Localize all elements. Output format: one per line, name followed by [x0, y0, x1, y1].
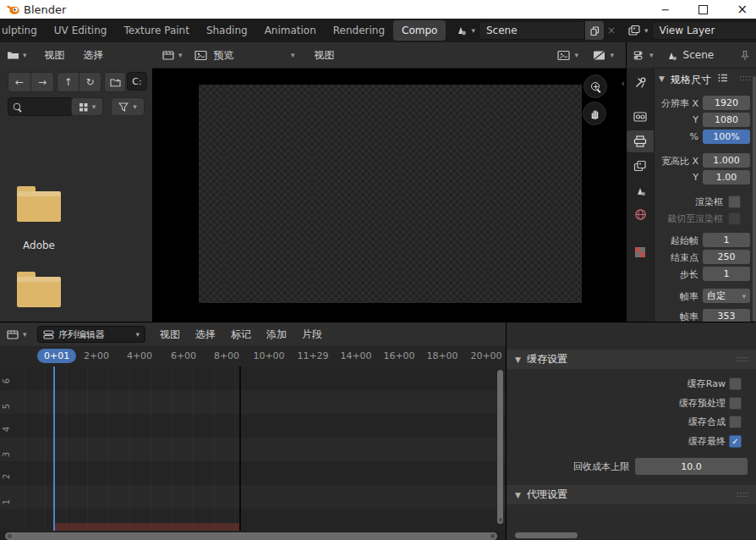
workspace-tab-compositing[interactable]: Compo [393, 20, 446, 41]
presets-menu-icon[interactable] [718, 73, 728, 83]
resolution-percent-field[interactable]: 100% [703, 129, 750, 144]
breadcrumb: Scene [683, 49, 715, 61]
resolution-y-row: Y 1080 [654, 112, 756, 129]
editor-type-button[interactable]: ▾ [162, 50, 183, 61]
image-b-selector[interactable]: ▾ [593, 50, 614, 61]
frame-start-field[interactable]: 1 [703, 233, 750, 247]
menu-select[interactable]: 选择 [186, 328, 225, 342]
up-directory-button[interactable]: ↑ [57, 72, 79, 92]
panel-header-cache-settings[interactable]: ▼ 缓存设置 :::: [507, 350, 756, 369]
refresh-button[interactable]: ↻ [79, 72, 101, 92]
tab-output[interactable] [627, 130, 654, 152]
collapse-triangle-icon[interactable]: ▼ [659, 74, 665, 83]
display-mode-button[interactable]: ▾ [71, 97, 103, 116]
preview-canvas [199, 85, 582, 303]
panel-header-proxy-settings[interactable]: ▼ 代理设置 :::: [507, 485, 756, 504]
grip-icon[interactable]: :::: [737, 355, 749, 363]
recycle-cost-row: 回收成本上限 10.0 [507, 458, 756, 475]
scene-name-field[interactable]: Scene [479, 21, 585, 40]
current-frame-indicator[interactable]: 0+01 [37, 349, 76, 363]
aspect-x-field[interactable]: 1.000 [703, 153, 750, 168]
checkbox-label: 缓存最终 [688, 435, 726, 448]
image-a-selector[interactable]: ▾ [557, 50, 578, 61]
tab-world[interactable] [627, 203, 654, 225]
cache-preprocessed-checkbox[interactable] [729, 397, 742, 410]
region-toggle-chevron-icon[interactable]: ‹ [622, 78, 625, 89]
timeline-ruler[interactable]: 0+01 2+00 4+00 6+00 8+00 10+00 11+29 14+… [0, 346, 506, 367]
search-input[interactable] [8, 97, 74, 116]
checkbox-label: 缓存Raw [688, 377, 726, 390]
workspace-tab-rendering[interactable]: Rendering [325, 20, 393, 41]
menu-marker[interactable]: 标记 [222, 328, 260, 342]
workspace-tab-uv-editing[interactable]: UV Editing [46, 20, 116, 41]
panel-header-dimensions[interactable]: ▼ 规格尺寸 :::: [654, 71, 756, 88]
printer-icon [633, 135, 647, 147]
filter-button[interactable]: ▾ [111, 97, 145, 116]
editor-type-button[interactable]: ▾ [7, 50, 27, 60]
file-item-label[interactable]: Adobe [1, 240, 77, 251]
close-button[interactable]: × [737, 3, 748, 16]
workspace-tab-texture-paint[interactable]: Texture Paint [115, 20, 197, 41]
cache-composite-checkbox[interactable] [729, 416, 742, 428]
cache-raw-checkbox[interactable] [729, 377, 742, 390]
recycle-cost-field[interactable]: 10.0 [635, 458, 748, 475]
minimize-button[interactable]: − [661, 4, 671, 15]
vertical-scrollbar[interactable] [497, 370, 503, 524]
scene-copy-button[interactable] [585, 21, 604, 40]
frame-step-field[interactable]: 1 [703, 267, 750, 281]
resolution-x-field[interactable]: 1920 [703, 96, 750, 110]
display-channels-dropdown[interactable]: 预览 ▾ [214, 48, 295, 63]
crop-to-border-checkbox[interactable] [728, 212, 741, 225]
grip-icon[interactable]: :::: [739, 74, 752, 82]
tab-tool[interactable] [627, 71, 654, 93]
grip-icon[interactable]: :::: [737, 491, 749, 499]
tab-texture[interactable] [627, 241, 654, 263]
menu-add[interactable]: 添加 [257, 328, 296, 342]
tab-view-layer[interactable] [627, 155, 654, 177]
file-item-adobe[interactable] [17, 191, 61, 222]
view-layer-name-field[interactable]: View Layer [652, 21, 756, 40]
create-directory-button[interactable] [104, 72, 126, 92]
scene-browse-button[interactable]: ▾ [451, 25, 479, 36]
sequencer-track-area[interactable]: 6 5 4 3 2 1 [0, 366, 506, 531]
workspace-tab-shading[interactable]: Shading [198, 20, 256, 41]
menu-view[interactable]: 视图 [151, 328, 189, 342]
render-border-checkbox[interactable] [728, 196, 741, 208]
menu-select[interactable]: 选择 [74, 48, 113, 63]
pin-icon[interactable] [740, 50, 750, 61]
view-layer-browse-button[interactable]: ▾ [624, 25, 652, 36]
scene-unlink-button[interactable]: × [607, 25, 616, 36]
tab-scene[interactable] [627, 179, 654, 201]
editor-type-button[interactable]: ▾ [7, 329, 27, 340]
menu-view[interactable]: 视图 [305, 48, 344, 63]
path-field[interactable]: C: [127, 72, 147, 91]
editor-type-button[interactable]: ▾ [633, 50, 654, 61]
pan-button[interactable] [583, 102, 606, 125]
maximize-button[interactable] [698, 5, 708, 14]
view-layer-selector: ▾ View Layer × [624, 22, 756, 39]
back-button[interactable]: ← [8, 72, 31, 92]
menu-view[interactable]: 视图 [36, 48, 74, 63]
cache-final-checkbox[interactable]: ✓ [729, 435, 742, 448]
file-item-apowersoft[interactable] [17, 277, 61, 307]
frame-end-field[interactable]: 250 [703, 250, 750, 264]
collapse-triangle-icon[interactable]: ▼ [515, 355, 521, 364]
workspace-tab-animation[interactable]: Animation [256, 20, 325, 41]
panel-scrollbar[interactable] [515, 532, 578, 538]
zoom-button[interactable]: + [583, 74, 607, 98]
zoom-in-icon: + [591, 82, 600, 91]
fps-preset-dropdown[interactable]: 自定 ▾ [703, 289, 750, 303]
field-label: 起始帧 [671, 234, 698, 247]
properties-scrollbar[interactable] [753, 76, 756, 322]
forward-button[interactable]: → [30, 72, 54, 92]
workspace-tab-sculpting[interactable]: ulpting [0, 20, 46, 41]
sequencer-view-type-dropdown[interactable]: 序列编辑器 ▾ [37, 326, 145, 343]
playhead[interactable] [53, 366, 55, 531]
tab-render[interactable] [627, 105, 654, 127]
collapse-triangle-icon[interactable]: ▼ [515, 491, 521, 499]
menu-strip[interactable]: 片段 [293, 328, 331, 342]
horizontal-scrollbar[interactable] [5, 532, 497, 540]
ruler-tick: 10+00 [253, 350, 284, 361]
resolution-y-field[interactable]: 1080 [703, 113, 750, 127]
aspect-y-field[interactable]: 1.00 [703, 170, 750, 185]
